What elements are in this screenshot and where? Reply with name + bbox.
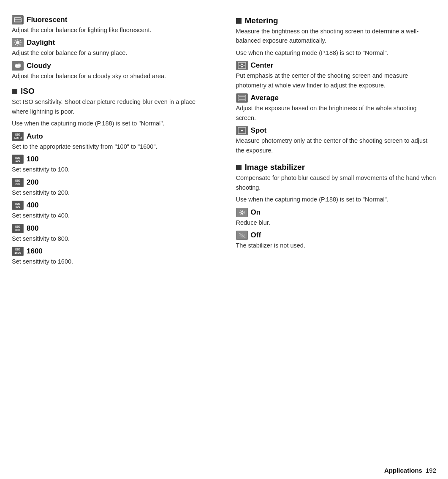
iso-400-icon: ISO400 bbox=[12, 201, 24, 210]
iso-200-icon: ISO200 bbox=[12, 178, 24, 187]
metering-bullet bbox=[236, 18, 242, 24]
cloudy-item-header: Cloudy bbox=[12, 61, 212, 71]
center-icon bbox=[236, 61, 248, 70]
iso-800-icon: ISO800 bbox=[12, 224, 24, 233]
svg-point-34 bbox=[241, 130, 243, 131]
cloudy-icon bbox=[12, 61, 24, 71]
iso-section-header: ISO bbox=[12, 87, 212, 96]
stabilizer-on-icon bbox=[236, 208, 248, 217]
iso-100-item: ISO100 100 bbox=[12, 155, 212, 164]
daylight-desc: Adjust the color balance for a sunny pla… bbox=[12, 48, 212, 57]
iso-1600-icon: ISO1600 bbox=[12, 247, 24, 256]
stabilizer-on-desc: Reduce blur. bbox=[236, 218, 437, 227]
iso-800-item: ISO800 800 bbox=[12, 224, 212, 233]
stabilizer-section: Image stabilizer Compensate for photo bl… bbox=[236, 163, 437, 250]
iso-800-desc: Set sensitivity to 800. bbox=[12, 234, 212, 243]
spot-desc: Measure photometry only at the center of… bbox=[236, 136, 437, 155]
iso-desc1: Set ISO sensitivity. Shoot clear picture… bbox=[12, 97, 212, 116]
iso-100-label: 100 bbox=[27, 155, 38, 163]
daylight-item-header: Daylight bbox=[12, 38, 212, 47]
stabilizer-off-desc: The stabilizer is not used. bbox=[236, 241, 437, 250]
iso-bullet bbox=[12, 89, 17, 94]
average-item: Average bbox=[236, 93, 437, 103]
average-icon bbox=[236, 93, 248, 103]
stabilizer-on-label: On bbox=[251, 208, 261, 217]
stabilizer-title: Image stabilizer bbox=[245, 163, 305, 172]
iso-1600-desc: Set sensitivity to 1600. bbox=[12, 257, 212, 266]
iso-400-desc: Set sensitivity to 400. bbox=[12, 211, 212, 220]
metering-section-header: Metering bbox=[236, 16, 437, 25]
center-label: Center bbox=[251, 61, 274, 70]
stabilizer-off-icon bbox=[236, 231, 248, 240]
fluorescent-icon bbox=[12, 15, 24, 24]
average-label: Average bbox=[251, 94, 279, 102]
iso-800-label: 800 bbox=[27, 224, 38, 233]
spot-label: Spot bbox=[251, 126, 267, 135]
iso-1600-label: 1600 bbox=[27, 247, 43, 256]
fluorescent-desc: Adjust the color balance for lighting li… bbox=[12, 25, 212, 35]
daylight-icon bbox=[12, 38, 24, 47]
iso-1600-item: ISO1600 1600 bbox=[12, 247, 212, 256]
stabilizer-on-item: On bbox=[236, 208, 437, 217]
footer-page: 192 bbox=[426, 467, 436, 474]
svg-point-19 bbox=[17, 63, 21, 66]
iso-auto-icon: ISOAUTO bbox=[12, 132, 24, 141]
iso-400-label: 400 bbox=[27, 201, 38, 210]
metering-desc1: Measure the brightness on the shooting s… bbox=[236, 27, 437, 46]
cloudy-label: Cloudy bbox=[27, 62, 51, 70]
iso-auto-label: Auto bbox=[27, 132, 43, 141]
stabilizer-off-item: Off bbox=[236, 231, 437, 240]
metering-title: Metering bbox=[245, 16, 278, 25]
daylight-label: Daylight bbox=[27, 38, 55, 47]
iso-title: ISO bbox=[21, 87, 35, 96]
iso-auto-desc: Set to the appropriate sensitivity from … bbox=[12, 142, 212, 151]
iso-100-icon: ISO100 bbox=[12, 155, 24, 164]
stabilizer-desc1: Compensate for photo blur caused by smal… bbox=[236, 173, 437, 192]
svg-point-7 bbox=[16, 41, 19, 44]
iso-200-desc: Set sensitivity to 200. bbox=[12, 188, 212, 197]
metering-desc2: Use when the capturing mode (P.188) is s… bbox=[236, 48, 437, 57]
iso-400-item: ISO400 400 bbox=[12, 201, 212, 210]
center-item: Center bbox=[236, 61, 437, 70]
right-column: Metering Measure the brightness on the s… bbox=[224, 8, 448, 460]
spot-item: Spot bbox=[236, 126, 437, 135]
stabilizer-section-header: Image stabilizer bbox=[236, 163, 437, 172]
iso-100-desc: Set sensitivity to 100. bbox=[12, 165, 212, 174]
iso-200-label: 200 bbox=[27, 178, 38, 187]
fluorescent-item-header: Fluorescent bbox=[12, 15, 212, 24]
stabilizer-desc2: Use when the capturing mode (P.188) is s… bbox=[236, 195, 437, 204]
metering-section: Metering Measure the brightness on the s… bbox=[236, 16, 437, 155]
footer: Applications 192 bbox=[384, 467, 436, 474]
stabilizer-off-label: Off bbox=[251, 231, 261, 240]
average-desc: Adjust the exposure based on the brightn… bbox=[236, 103, 437, 122]
spot-icon bbox=[236, 126, 248, 135]
iso-200-item: ISO200 200 bbox=[12, 178, 212, 187]
left-column: Fluorescent Adjust the color balance for… bbox=[0, 8, 224, 460]
svg-point-38 bbox=[241, 212, 242, 212]
fluorescent-label: Fluorescent bbox=[27, 16, 67, 24]
footer-label: Applications bbox=[384, 467, 422, 474]
cloudy-desc: Adjust the color balance for a cloudy sk… bbox=[12, 71, 212, 81]
iso-section: ISO Set ISO sensitivity. Shoot clear pic… bbox=[12, 87, 212, 266]
iso-auto-item: ISOAUTO Auto bbox=[12, 132, 212, 141]
center-desc: Put emphasis at the center of the shooti… bbox=[236, 71, 437, 90]
iso-desc2: Use when the capturing mode (P.188) is s… bbox=[12, 119, 212, 128]
stabilizer-bullet bbox=[236, 165, 242, 170]
